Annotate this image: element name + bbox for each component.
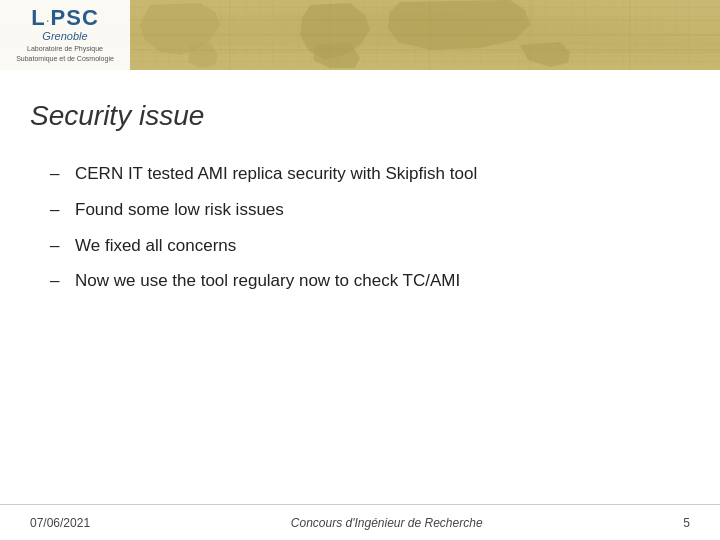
footer-date: 07/06/2021 [30,516,90,530]
bullet-list: CERN IT tested AMI replica security with… [30,162,690,293]
world-map-svg [130,0,720,70]
list-item: Now we use the tool regulary now to chec… [50,269,690,293]
list-item: We fixed all concerns [50,234,690,258]
logo-subtitle: Laboratoire de Physique Subatomique et d… [16,44,114,62]
logo-psc: PSC [51,5,99,30]
logo-l: L [31,5,45,30]
logo: L·PSC Grenoble Laboratoire de Physique S… [16,7,114,62]
header-banner: L·PSC Grenoble Laboratoire de Physique S… [0,0,720,70]
footer: 07/06/2021 Concours d'Ingénieur de Reche… [0,504,720,540]
logo-area: L·PSC Grenoble Laboratoire de Physique S… [0,0,130,70]
footer-page-number: 5 [683,516,690,530]
main-content: Security issue CERN IT tested AMI replic… [0,70,720,315]
footer-presentation-title: Concours d'Ingénieur de Recherche [291,516,483,530]
slide-title: Security issue [30,100,690,132]
list-item: CERN IT tested AMI replica security with… [50,162,690,186]
map-area [130,0,720,70]
list-item: Found some low risk issues [50,198,690,222]
logo-grenoble: Grenoble [16,30,114,42]
logo-main: L·PSC [16,7,114,29]
